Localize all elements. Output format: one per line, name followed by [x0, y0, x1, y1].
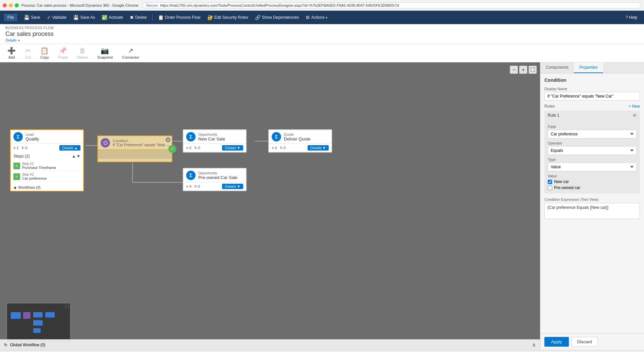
activate-btn[interactable]: ✅ Activate [99, 13, 126, 21]
rule-1-close-btn[interactable]: ✕ [633, 113, 637, 118]
steps-icon: ≡ [13, 146, 15, 150]
lead-steps-count: ≡ 2 [13, 146, 19, 150]
quote-steps: ≡ 4 [272, 146, 277, 150]
actions-label: Actions [311, 15, 324, 20]
add-tool[interactable]: ➕ Add [5, 46, 18, 60]
browser-close-btn[interactable] [3, 3, 7, 7]
opp-new-details-btn[interactable]: Details ▼ [222, 145, 243, 151]
show-dependencies-btn[interactable]: 🔗 Show Dependencies [252, 13, 302, 21]
opp-preowned-steps-icon: ≡ [186, 184, 188, 188]
order-process-icon: 📋 [158, 15, 164, 20]
opp-preowned-details-btn[interactable]: Details ▼ [222, 184, 243, 189]
business-process-label: BUSINESS PROCESS FLOW [5, 26, 639, 30]
global-workflow-bar: ↻ Global Workflow (0) ∧ [0, 339, 540, 350]
lead-details-btn[interactable]: Details ▲ [59, 145, 80, 151]
checkbox-new-car[interactable]: New car [548, 179, 637, 184]
zoom-out-btn[interactable]: − [510, 66, 518, 74]
main-toolbar: ➕ Add ✂ Cut 📋 Copy 📌 Paste 🗑 Delete 📷 Sn… [0, 44, 644, 62]
step-1-text: Step #1 Purchase Timeframe [22, 162, 56, 170]
zoom-in-btn[interactable]: + [519, 66, 527, 74]
actions-btn[interactable]: ⚙ Actions ▾ [303, 13, 330, 21]
lead-node-title: Lead [25, 132, 39, 136]
copy-icon: 📋 [40, 47, 49, 55]
save-label: Save [31, 15, 40, 20]
save-btn[interactable]: 💾 Save [21, 13, 43, 21]
opp-new-refresh: ↻ 0 [194, 146, 200, 150]
snapshot-tool[interactable]: 📷 Snapshot [95, 46, 115, 60]
display-name-input[interactable] [544, 92, 640, 101]
secure-indicator: Secure [146, 3, 158, 7]
lead-node-icon: Σ [13, 132, 23, 141]
rules-title: Rules [544, 104, 555, 109]
operator-select[interactable]: Equals [548, 146, 637, 155]
field-select[interactable]: Car preference [548, 130, 637, 138]
discard-btn[interactable]: Discard [572, 337, 598, 347]
copy-label: Copy [40, 55, 49, 59]
type-select[interactable]: Value [548, 163, 637, 171]
details-link[interactable]: Details [5, 38, 17, 42]
condition-node[interactable]: ⬡ Condition If "Car Preference" equals "… [97, 135, 172, 162]
steps-header-label: Steps (2) [13, 154, 30, 159]
order-process-flow-btn[interactable]: 📋 Order Process Flow [155, 13, 203, 21]
cut-icon: ✂ [25, 47, 31, 55]
quote-details-btn[interactable]: Details ▼ [308, 145, 329, 151]
condition-header: ⬡ Condition If "Car Preference" equals "… [98, 136, 172, 150]
quote-deliver-node[interactable]: Σ Quote Deliver Quote ≡ 4 ↻ 0 Details ▼ [268, 129, 332, 153]
refresh-icon: ↻ [21, 146, 24, 150]
field-label: Field [548, 125, 637, 129]
quote-refresh-icon: ↻ [280, 146, 283, 150]
copy-tool[interactable]: 📋 Copy [38, 46, 51, 60]
paste-icon: 📌 [59, 47, 67, 55]
save-as-label: Save As [80, 15, 95, 20]
validate-btn[interactable]: ✓ Validate [44, 13, 69, 21]
help-btn[interactable]: ? Help [623, 14, 640, 21]
snapshot-icon: 📷 [101, 47, 109, 55]
dependencies-icon: 🔗 [255, 15, 261, 20]
connector-icon: ↗ [128, 47, 133, 55]
opp-new-car-node[interactable]: Σ Opportunity New Car Sale ≡ 6 ↻ 0 Detai… [183, 129, 247, 153]
delete-tool-label: Delete [77, 55, 88, 59]
steps-arrows: ▲ ▼ [72, 154, 80, 159]
show-dependencies-label: Show Dependencies [262, 15, 299, 20]
browser-url-bar[interactable]: Secure https://trial1705.crm.dynamics.co… [142, 2, 641, 8]
save-icon: 💾 [24, 15, 30, 20]
save-as-btn[interactable]: 💾 Save As [70, 13, 98, 21]
connector-tool[interactable]: ↗ Connector [120, 46, 141, 60]
canvas-area[interactable]: − + ⛶ Σ Lead Qualify [0, 62, 540, 350]
minimap[interactable]: ⛶ [7, 303, 70, 343]
new-car-checkbox[interactable] [548, 180, 552, 184]
checkbox-preowned-car[interactable]: Pre-owned car [548, 185, 637, 190]
new-rule-link[interactable]: + New [629, 104, 640, 109]
tab-properties[interactable]: Properties [574, 62, 603, 73]
step-2-icon: ≡ [13, 173, 20, 180]
panel-content: Condition Display Name Rules + New Rule … [540, 73, 644, 333]
step-down-icon[interactable]: ▼ [76, 154, 80, 159]
apply-btn[interactable]: Apply [544, 337, 569, 347]
condition-expression-label: Condition Expression (Text View) [544, 197, 640, 201]
fit-btn[interactable]: ⛶ [529, 66, 537, 74]
file-menu-btn[interactable]: File [4, 14, 17, 21]
step-up-icon[interactable]: ▲ [72, 154, 76, 159]
delete-btn[interactable]: ✖ Delete [127, 13, 150, 21]
opp-preowned-title: Opportunity [198, 171, 237, 175]
delete-icon: ✖ [130, 15, 134, 20]
step-1-number: Step #1 [22, 162, 56, 166]
new-car-label: New car [554, 179, 569, 184]
opp-preowned-car-node[interactable]: Σ Opportunity Pre-owned Car Sale ≡ 9 ↻ 0… [183, 168, 247, 191]
expression-box: (Car preference Equals [New car]) [544, 203, 640, 219]
global-workflow-icon: ↻ [4, 343, 7, 347]
opp-new-icon: Σ [186, 132, 196, 141]
cut-label: Cut [25, 55, 31, 59]
global-workflow-expand-btn[interactable]: ∧ [532, 342, 536, 348]
node-header-lead: Σ Lead Qualify [11, 130, 83, 143]
browser-min-btn[interactable] [9, 3, 13, 7]
browser-max-btn[interactable] [15, 3, 19, 7]
display-name-label: Display Name [544, 87, 640, 91]
tab-components[interactable]: Components [540, 62, 574, 73]
edit-security-roles-btn[interactable]: 🔐 Edit Security Roles [205, 13, 251, 21]
minimap-lead [11, 312, 21, 319]
preowned-car-checkbox[interactable] [548, 186, 552, 190]
paste-label: Paste [58, 55, 68, 59]
lead-qualify-node[interactable]: Σ Lead Qualify ≡ 2 ↻ 0 Details ▲ [10, 129, 84, 191]
opp-preowned-icon: Σ [186, 171, 196, 180]
